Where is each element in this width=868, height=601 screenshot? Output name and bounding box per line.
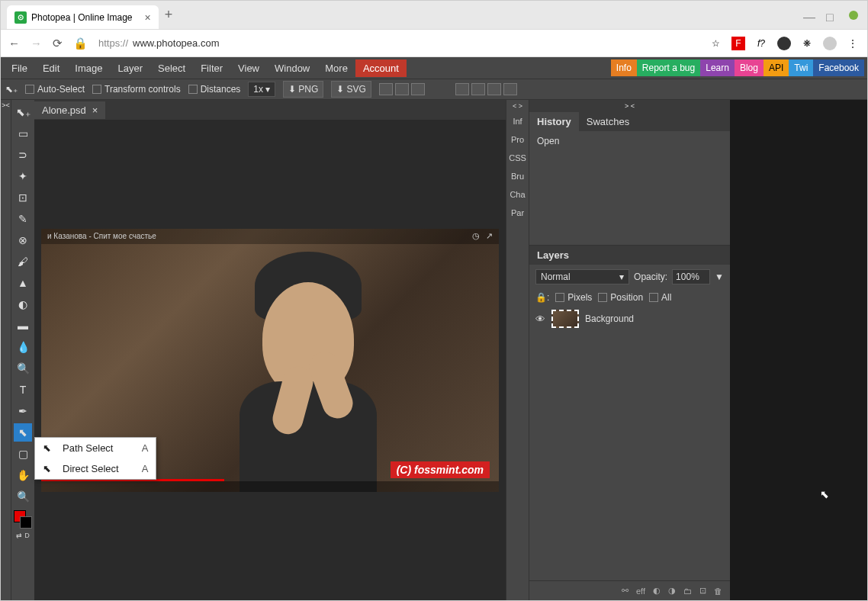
- opacity-dropdown-icon[interactable]: ▼: [715, 272, 724, 282]
- lock-pixels[interactable]: Pixels: [555, 292, 592, 303]
- new-layer-icon[interactable]: ⊡: [699, 586, 706, 596]
- align-center-icon[interactable]: [395, 83, 409, 95]
- menu-select[interactable]: Select: [150, 59, 193, 77]
- link-layers-icon[interactable]: ⚯: [622, 586, 628, 596]
- hand-tool-icon[interactable]: ✋: [14, 466, 32, 484]
- export-svg-button[interactable]: ⬇ SVG: [331, 81, 371, 98]
- eyedropper-tool-icon[interactable]: ✎: [14, 210, 32, 228]
- wand-tool-icon[interactable]: ✦: [14, 167, 32, 185]
- crop-tool-icon[interactable]: ⊡: [14, 188, 32, 207]
- flyout-direct-select[interactable]: ⬉ Direct Select A: [35, 458, 156, 479]
- menu-file[interactable]: File: [4, 59, 35, 77]
- export-png-button[interactable]: ⬇ PNG: [283, 81, 323, 98]
- midtab-info[interactable]: Inf: [506, 112, 529, 130]
- window-maximize-icon[interactable]: □: [826, 11, 835, 20]
- ext-gear-icon[interactable]: ❋: [800, 37, 814, 50]
- menu-edit[interactable]: Edit: [35, 59, 67, 77]
- midtab-paragraph[interactable]: Par: [506, 204, 529, 222]
- path-select-tool-icon[interactable]: ⬉: [14, 423, 32, 442]
- align-left-icon[interactable]: [379, 83, 393, 95]
- badge-info[interactable]: Info: [611, 59, 637, 76]
- layer-folder-icon[interactable]: 🗀: [683, 587, 692, 596]
- new-tab-button[interactable]: +: [165, 7, 173, 23]
- move-tool-icon[interactable]: ⬉₊: [14, 103, 32, 121]
- menu-filter[interactable]: Filter: [193, 59, 230, 77]
- canvas[interactable]: и Казанова - Спит мое счастье ◷ ↗: [34, 120, 506, 600]
- layer-name[interactable]: Background: [585, 313, 634, 324]
- collapse-strip[interactable]: ><: [1, 100, 11, 600]
- opacity-input[interactable]: 100%: [672, 269, 710, 284]
- window-minimize-icon[interactable]: —: [803, 11, 812, 20]
- dist-3-icon[interactable]: [487, 83, 501, 95]
- nav-back-icon[interactable]: ←: [8, 37, 20, 50]
- window-close-icon[interactable]: [849, 11, 858, 20]
- stamp-tool-icon[interactable]: ▲: [14, 274, 32, 292]
- ext-circle-icon[interactable]: [777, 37, 791, 50]
- ext-f-icon[interactable]: f?: [754, 37, 768, 50]
- star-icon[interactable]: ☆: [709, 37, 722, 50]
- layer-effects-button[interactable]: eff: [636, 587, 645, 596]
- layer-visibility-icon[interactable]: 👁: [535, 313, 545, 325]
- ext-flipboard-icon[interactable]: F: [731, 37, 745, 50]
- mid-expand-icon[interactable]: < >: [506, 100, 529, 112]
- delete-layer-icon[interactable]: 🗑: [714, 587, 722, 596]
- badge-facebook[interactable]: Facebook: [813, 59, 864, 76]
- url-field[interactable]: https://www.photopea.com: [98, 37, 698, 49]
- tab-close-icon[interactable]: ×: [145, 11, 151, 24]
- shape-tool-icon[interactable]: ▢: [14, 445, 32, 463]
- pen-tool-icon[interactable]: ✒: [14, 402, 32, 420]
- menu-image[interactable]: Image: [67, 59, 110, 77]
- dist-1-icon[interactable]: [455, 83, 469, 95]
- history-entry[interactable]: Open: [537, 136, 722, 146]
- opt-auto-select[interactable]: Auto-Select: [25, 84, 85, 95]
- blend-mode-select[interactable]: Normal▾: [535, 269, 629, 284]
- badge-api[interactable]: API: [764, 59, 789, 76]
- doc-tab-close-icon[interactable]: ×: [92, 104, 98, 116]
- zoom-tool-icon[interactable]: 🔍: [14, 487, 32, 506]
- eraser-tool-icon[interactable]: ◐: [14, 295, 32, 313]
- lasso-tool-icon[interactable]: ⊃: [14, 146, 32, 164]
- badge-bug[interactable]: Report a bug: [637, 59, 700, 76]
- dist-2-icon[interactable]: [471, 83, 485, 95]
- video-share-icon[interactable]: ↗: [486, 231, 493, 241]
- type-tool-icon[interactable]: T: [14, 381, 32, 399]
- profile-avatar-icon[interactable]: [823, 37, 837, 50]
- align-right-icon[interactable]: [411, 83, 425, 95]
- layer-mask-icon[interactable]: ◐: [653, 586, 661, 596]
- brush-tool-icon[interactable]: 🖌: [14, 252, 32, 271]
- video-clock-icon[interactable]: ◷: [472, 231, 480, 241]
- zoom-select[interactable]: 1x ▾: [248, 82, 275, 97]
- menu-layer[interactable]: Layer: [111, 59, 151, 77]
- layer-thumbnail[interactable]: [551, 310, 579, 328]
- lock-position[interactable]: Position: [598, 292, 643, 303]
- menu-more[interactable]: More: [317, 59, 355, 77]
- background-color[interactable]: [20, 516, 32, 529]
- marquee-tool-icon[interactable]: ▭: [14, 124, 32, 143]
- menu-window[interactable]: Window: [267, 59, 317, 77]
- dodge-tool-icon[interactable]: 🔍: [14, 359, 32, 378]
- opt-transform[interactable]: Transform controls: [92, 84, 181, 95]
- document-tab[interactable]: Alone.psd ×: [34, 101, 105, 119]
- badge-learn[interactable]: Learn: [700, 59, 735, 76]
- midtab-css[interactable]: CSS: [506, 149, 529, 167]
- midtab-character[interactable]: Cha: [506, 185, 529, 204]
- badge-twitter[interactable]: Twi: [789, 59, 813, 76]
- midtab-properties[interactable]: Pro: [506, 130, 529, 149]
- rpanel-expand-icon[interactable]: > <: [529, 100, 730, 112]
- nav-forward-icon[interactable]: →: [31, 37, 42, 50]
- midtab-brush[interactable]: Bru: [506, 167, 529, 185]
- adjustment-layer-icon[interactable]: ◑: [668, 586, 676, 596]
- menu-account[interactable]: Account: [355, 59, 407, 77]
- browser-menu-icon[interactable]: ⋮: [846, 37, 860, 50]
- color-swatch[interactable]: [14, 510, 32, 529]
- lock-all[interactable]: All: [649, 292, 671, 303]
- menu-view[interactable]: View: [230, 59, 267, 77]
- tab-swatches[interactable]: Swatches: [579, 112, 637, 131]
- dist-4-icon[interactable]: [503, 83, 517, 95]
- flyout-path-select[interactable]: ⬉ Path Select A: [35, 438, 156, 458]
- heal-tool-icon[interactable]: ⊗: [14, 231, 32, 249]
- badge-blog[interactable]: Blog: [735, 59, 764, 76]
- opt-distances[interactable]: Distances: [188, 84, 241, 95]
- tab-history[interactable]: History: [529, 112, 579, 131]
- browser-tab[interactable]: ⊙ Photopea | Online Image ×: [7, 5, 159, 29]
